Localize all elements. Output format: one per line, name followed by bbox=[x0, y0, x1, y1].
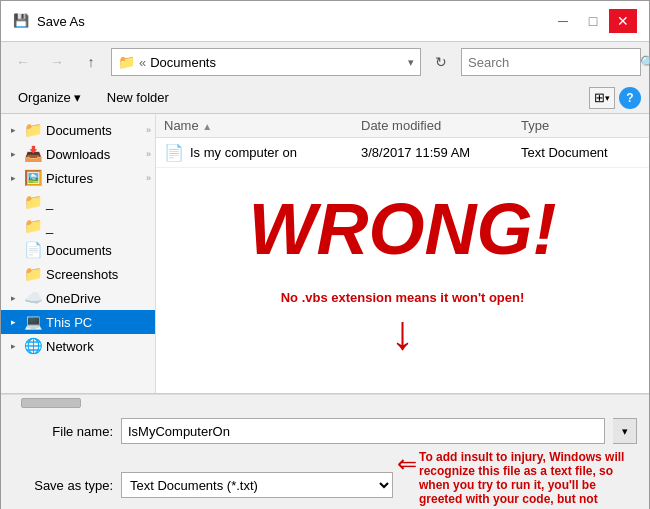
sidebar-item-network[interactable]: ▸ 🌐 Network bbox=[1, 334, 155, 358]
search-box[interactable]: 🔍 bbox=[461, 48, 641, 76]
folder-icon: 📁 bbox=[24, 193, 43, 211]
sidebar-item-documents[interactable]: ▸ 📁 Documents » bbox=[1, 118, 155, 142]
network-icon: 🌐 bbox=[24, 337, 43, 355]
location-folder-icon: 📁 bbox=[118, 54, 135, 70]
sidebar-item-downloads[interactable]: ▸ 📥 Downloads » bbox=[1, 142, 155, 166]
scroll-thumb[interactable] bbox=[21, 398, 81, 408]
file-type: Text Document bbox=[521, 145, 641, 160]
filetype-select[interactable]: Text Documents (*.txt) bbox=[121, 472, 393, 498]
minimize-button[interactable]: ─ bbox=[549, 9, 577, 33]
arrow-icon: » bbox=[146, 149, 151, 159]
view-icon: ⊞ bbox=[594, 90, 605, 105]
file-list-header: Name ▲ Date modified Type bbox=[156, 114, 649, 138]
downloads-icon: 📥 bbox=[24, 145, 43, 163]
title-bar: 💾 Save As ─ □ ✕ bbox=[1, 1, 649, 42]
col-name-header: Name ▲ bbox=[164, 118, 361, 133]
file-name: Is my computer on bbox=[190, 145, 361, 160]
view-button[interactable]: ⊞ ▾ bbox=[589, 87, 615, 109]
file-area: Name ▲ Date modified Type 📄 Is my comput… bbox=[156, 114, 649, 393]
file-date: 3/8/2017 11:59 AM bbox=[361, 145, 521, 160]
forward-button[interactable]: → bbox=[43, 48, 71, 76]
new-folder-button[interactable]: New folder bbox=[98, 86, 178, 109]
title-bar-left: 💾 Save As bbox=[13, 13, 85, 29]
folder-icon: 📁 bbox=[24, 217, 43, 235]
view-arrow-icon: ▾ bbox=[605, 93, 610, 103]
screenshots-icon: 📁 bbox=[24, 265, 43, 283]
sort-arrow-icon: ▲ bbox=[202, 121, 212, 132]
filetype-row: Save as type: Text Documents (*.txt) ⇐ T… bbox=[13, 450, 637, 509]
back-button[interactable]: ← bbox=[9, 48, 37, 76]
expand-icon: ▸ bbox=[5, 317, 21, 327]
sidebar-item-screenshots[interactable]: 📁 Screenshots bbox=[1, 262, 155, 286]
dialog-icon: 💾 bbox=[13, 13, 29, 29]
no-ext-note: No .vbs extension means it won't open! bbox=[164, 290, 641, 305]
onedrive-icon: ☁️ bbox=[24, 289, 43, 307]
documents-folder-icon: 📁 bbox=[24, 121, 43, 139]
arrow-icon: » bbox=[146, 125, 151, 135]
save-as-dialog: 💾 Save As ─ □ ✕ ← → ↑ 📁 « Documents ▾ ↻ … bbox=[0, 0, 650, 509]
title-controls: ─ □ ✕ bbox=[549, 9, 637, 33]
close-button[interactable]: ✕ bbox=[609, 9, 637, 33]
wrong-text: WRONG! bbox=[164, 188, 641, 270]
sidebar-item-pictures[interactable]: ▸ 🖼️ Pictures » bbox=[1, 166, 155, 190]
left-arrow-icon: ⇐ bbox=[397, 450, 417, 478]
sidebar-item-folder2[interactable]: 📁 _ bbox=[1, 214, 155, 238]
maximize-button[interactable]: □ bbox=[579, 9, 607, 33]
horizontal-scrollbar[interactable] bbox=[1, 394, 649, 410]
up-button[interactable]: ↑ bbox=[77, 48, 105, 76]
down-arrow-icon: ↓ bbox=[164, 305, 641, 360]
expand-icon: ▸ bbox=[5, 341, 21, 351]
filename-row: File name: ▾ bbox=[13, 418, 637, 444]
expand-icon: ▸ bbox=[5, 149, 21, 159]
location-prefix: « bbox=[139, 55, 146, 70]
wrong-annotation: WRONG! No .vbs extension means it won't … bbox=[156, 188, 649, 360]
search-icon: 🔍 bbox=[640, 55, 650, 70]
filename-input[interactable] bbox=[121, 418, 605, 444]
arrow-icon: » bbox=[146, 173, 151, 183]
col-date-header: Date modified bbox=[361, 118, 521, 133]
location-bar[interactable]: 📁 « Documents ▾ bbox=[111, 48, 421, 76]
sidebar-item-onedrive[interactable]: ▸ ☁️ OneDrive bbox=[1, 286, 155, 310]
expand-icon: ▸ bbox=[5, 173, 21, 183]
table-row[interactable]: 📄 Is my computer on 3/8/2017 11:59 AM Te… bbox=[156, 138, 649, 168]
organize-label: Organize bbox=[18, 90, 71, 105]
filename-dropdown-icon[interactable]: ▾ bbox=[613, 418, 637, 444]
nav-toolbar: ← → ↑ 📁 « Documents ▾ ↻ 🔍 bbox=[1, 42, 649, 82]
help-button[interactable]: ? bbox=[619, 87, 641, 109]
file-icon: 📄 bbox=[164, 143, 184, 162]
bottom-form: File name: ▾ Save as type: Text Document… bbox=[1, 410, 649, 509]
main-area: ▸ 📁 Documents » ▸ 📥 Downloads » ▸ 🖼️ Pic… bbox=[1, 114, 649, 394]
this-pc-icon: 💻 bbox=[24, 313, 43, 331]
filename-label: File name: bbox=[13, 424, 113, 439]
sidebar-item-this-pc[interactable]: ▸ 💻 This PC bbox=[1, 310, 155, 334]
search-input[interactable] bbox=[468, 55, 636, 70]
filetype-label: Save as type: bbox=[13, 478, 113, 493]
sidebar-item-documents2[interactable]: 📄 Documents bbox=[1, 238, 155, 262]
organize-button[interactable]: Organize ▾ bbox=[9, 86, 90, 109]
new-folder-label: New folder bbox=[107, 90, 169, 105]
document-icon: 📄 bbox=[24, 241, 43, 259]
filetype-annotation: ⇐ To add insult to injury, Windows will … bbox=[397, 450, 637, 509]
expand-icon: ▸ bbox=[5, 125, 21, 135]
refresh-button[interactable]: ↻ bbox=[427, 48, 455, 76]
dialog-title: Save As bbox=[37, 14, 85, 29]
sidebar-item-folder1[interactable]: 📁 _ bbox=[1, 190, 155, 214]
pictures-icon: 🖼️ bbox=[24, 169, 43, 187]
location-text: Documents bbox=[150, 55, 216, 70]
expand-icon: ▸ bbox=[5, 293, 21, 303]
location-chevron-icon: ▾ bbox=[408, 56, 414, 69]
sidebar: ▸ 📁 Documents » ▸ 📥 Downloads » ▸ 🖼️ Pic… bbox=[1, 114, 156, 393]
organize-arrow-icon: ▾ bbox=[74, 90, 81, 105]
col-type-header: Type bbox=[521, 118, 641, 133]
action-toolbar: Organize ▾ New folder ⊞ ▾ ? bbox=[1, 82, 649, 114]
